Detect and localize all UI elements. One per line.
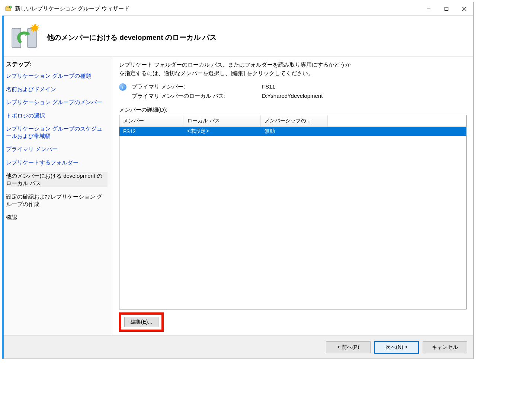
step-item: 他のメンバーにおける development のローカル パス (6, 172, 108, 187)
col-membership[interactable]: メンバーシップの... (261, 115, 328, 126)
step-item[interactable]: プライマリ メンバー (6, 145, 108, 153)
primary-path-label: プライマリ メンバーのローカル パス: (132, 93, 262, 100)
cell-member: FS12 (119, 128, 183, 134)
col-local-path[interactable]: ローカル パス (183, 115, 261, 126)
wizard-hero-icon (9, 22, 39, 53)
titlebar-left: 新しいレプリケーション グループ ウィザード (5, 5, 129, 12)
maximize-button[interactable] (438, 2, 455, 16)
edit-button-row: 編集(E)... (119, 312, 467, 332)
cell-local-path: <未設定> (183, 128, 261, 135)
page-title: 他のメンバーにおける development のローカル パス (47, 33, 217, 42)
wizard-content: レプリケート フォルダーのローカル パス、またはフォルダーを読み取り専用にするか… (112, 57, 473, 335)
members-listview[interactable]: メンバー ローカル パス メンバーシップの... FS12<未設定>無効 (119, 115, 467, 309)
primary-path-value: D:¥shared¥development (262, 93, 323, 100)
info-icon: i (119, 83, 126, 91)
app-icon (5, 6, 12, 12)
svg-point-2 (9, 6, 12, 8)
listview-body: FS12<未設定>無効 (119, 127, 466, 309)
svg-rect-4 (445, 7, 448, 10)
wizard-window: 新しいレプリケーション グループ ウィザード 他のメンバーにおける de (2, 2, 474, 359)
edit-highlight: 編集(E)... (119, 312, 164, 332)
col-member[interactable]: メンバー (119, 115, 183, 126)
svg-rect-8 (28, 28, 36, 48)
step-item[interactable]: トポロジの選択 (6, 112, 108, 119)
svg-rect-1 (7, 6, 9, 7)
steps-heading: ステップ: (6, 61, 108, 68)
primary-member-label: プライマリ メンバー: (132, 83, 262, 90)
window-controls (420, 2, 473, 16)
edit-button[interactable]: 編集(E)... (124, 317, 158, 327)
page-header: 他のメンバーにおける development のローカル パス (2, 16, 473, 57)
wizard-body: ステップ: レプリケーション グループの種類名前およびドメインレプリケーション … (2, 57, 473, 335)
back-button[interactable]: < 前へ(P) (326, 341, 371, 353)
minimize-button[interactable] (420, 2, 438, 16)
titlebar: 新しいレプリケーション グループ ウィザード (2, 2, 473, 16)
step-item[interactable]: レプリケーション グループの種類 (6, 72, 108, 80)
step-item[interactable]: レプリケートするフォルダー (6, 159, 108, 166)
step-item: 確認 (6, 213, 108, 221)
primary-member-value: FS11 (262, 83, 323, 90)
step-item[interactable]: 名前およびドメイン (6, 86, 108, 93)
primary-info: i プライマリ メンバー: FS11 プライマリ メンバーのローカル パス: D… (119, 83, 467, 100)
close-button[interactable] (455, 2, 473, 16)
instructions-text: レプリケート フォルダーのローカル パス、またはフォルダーを読み取り専用にするか… (119, 61, 467, 77)
cell-membership: 無効 (261, 128, 328, 135)
window-title: 新しいレプリケーション グループ ウィザード (15, 5, 129, 12)
primary-info-table: プライマリ メンバー: FS11 プライマリ メンバーのローカル パス: D:¥… (132, 83, 323, 100)
step-item: 設定の確認およびレプリケーション グループの作成 (6, 193, 108, 208)
listview-header: メンバー ローカル パス メンバーシップの... (119, 115, 466, 127)
next-button[interactable]: 次へ(N) > (374, 341, 419, 354)
cancel-button[interactable]: キャンセル (423, 341, 467, 353)
accent-strip (2, 16, 4, 359)
step-item[interactable]: レプリケーション グループのメンバー (6, 99, 108, 106)
steps-sidebar: ステップ: レプリケーション グループの種類名前およびドメインレプリケーション … (2, 57, 112, 335)
step-item[interactable]: レプリケーション グループのスケジュールおよび帯域幅 (6, 125, 108, 139)
member-row[interactable]: FS12<未設定>無効 (119, 127, 466, 136)
member-detail-label: メンバーの詳細(D): (119, 106, 467, 113)
wizard-footer: < 前へ(P) 次へ(N) > キャンセル (2, 335, 473, 359)
